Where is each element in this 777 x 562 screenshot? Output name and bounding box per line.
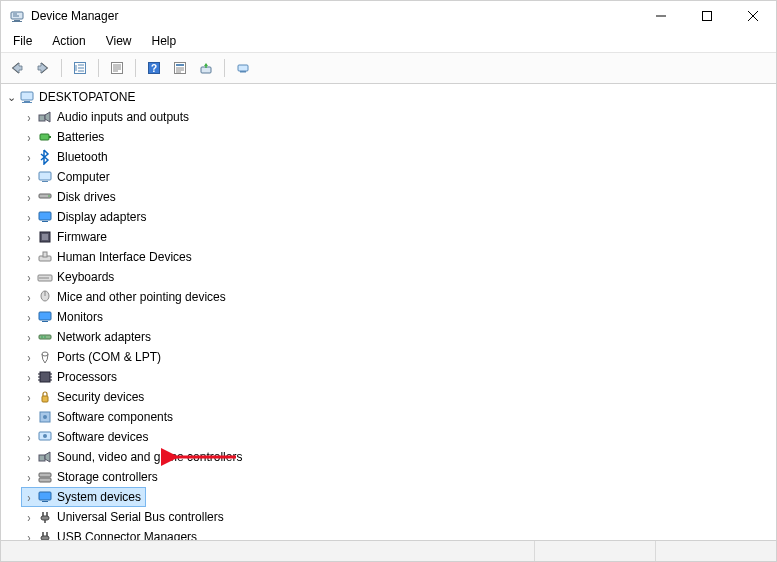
tree-node[interactable]: Firmware [21, 227, 112, 247]
tree-node-label: System devices [57, 490, 141, 504]
device-tree-panel[interactable]: DESKTOPATONE Audio inputs and outputsBat… [1, 84, 776, 540]
device-category-icon [37, 289, 53, 305]
svg-rect-36 [39, 172, 51, 180]
expand-collapse-icon[interactable] [4, 90, 18, 104]
svg-rect-34 [40, 134, 49, 140]
tree-node[interactable]: Network adapters [21, 327, 156, 347]
menu-view[interactable]: View [98, 32, 140, 50]
svg-rect-32 [22, 102, 32, 103]
svg-rect-2 [12, 21, 22, 22]
expand-collapse-icon[interactable] [22, 330, 36, 344]
device-category-icon [37, 469, 53, 485]
titlebar: Device Manager [1, 1, 776, 30]
device-category-icon [37, 389, 53, 405]
help-button[interactable]: ? [142, 56, 166, 80]
device-category-icon [37, 489, 53, 505]
expand-collapse-icon[interactable] [22, 530, 36, 540]
show-hide-tree-button[interactable] [68, 56, 92, 80]
menu-action[interactable]: Action [44, 32, 93, 50]
scan-hardware-button[interactable] [168, 56, 192, 80]
expand-collapse-icon[interactable] [22, 510, 36, 524]
svg-rect-43 [42, 234, 48, 240]
close-button[interactable] [730, 1, 776, 30]
svg-rect-1 [14, 20, 20, 21]
tree-node-label: Software devices [57, 430, 148, 444]
svg-rect-76 [42, 501, 48, 502]
expand-collapse-icon[interactable] [22, 150, 36, 164]
tree-node[interactable]: Keyboards [21, 267, 119, 287]
tree-node[interactable]: Display adapters [21, 207, 151, 227]
device-category-icon [37, 189, 53, 205]
tree-node[interactable]: Sound, video and game controllers [21, 447, 247, 467]
expand-collapse-icon[interactable] [22, 370, 36, 384]
expand-collapse-icon[interactable] [22, 350, 36, 364]
expand-collapse-icon[interactable] [22, 430, 36, 444]
tree-root-node[interactable]: DESKTOPATONE [3, 87, 140, 107]
expand-collapse-icon[interactable] [22, 130, 36, 144]
svg-rect-55 [42, 321, 48, 322]
forward-button[interactable] [31, 56, 55, 80]
expand-collapse-icon[interactable] [22, 230, 36, 244]
status-cell [1, 541, 535, 561]
maximize-button[interactable] [684, 1, 730, 30]
tree-node-label: Computer [57, 170, 110, 184]
tree-node[interactable]: Software devices [21, 427, 153, 447]
expand-collapse-icon[interactable] [22, 490, 36, 504]
tree-node[interactable]: Storage controllers [21, 467, 163, 487]
device-category-icon [37, 509, 53, 525]
back-button[interactable] [5, 56, 29, 80]
tree-node-label: Bluetooth [57, 150, 108, 164]
tree-node[interactable]: Ports (COM & LPT) [21, 347, 166, 367]
device-manager-icon [9, 8, 25, 24]
svg-text:?: ? [151, 63, 157, 74]
device-category-icon [37, 309, 53, 325]
minimize-button[interactable] [638, 1, 684, 30]
svg-rect-73 [39, 473, 51, 477]
tree-node[interactable]: System devices [21, 487, 146, 507]
expand-collapse-icon[interactable] [22, 270, 36, 284]
svg-rect-40 [39, 212, 51, 220]
svg-rect-54 [39, 312, 51, 320]
expand-collapse-icon[interactable] [22, 170, 36, 184]
svg-point-58 [44, 337, 46, 339]
expand-collapse-icon[interactable] [22, 110, 36, 124]
tree-node[interactable]: Universal Serial Bus controllers [21, 507, 229, 527]
tree-node[interactable]: Bluetooth [21, 147, 113, 167]
tree-node[interactable]: Batteries [21, 127, 109, 147]
tree-node[interactable]: Mice and other pointing devices [21, 287, 231, 307]
tree-node[interactable]: USB Connector Managers [21, 527, 202, 540]
device-category-icon [37, 229, 53, 245]
properties-button[interactable] [105, 56, 129, 80]
tree-node-label: Software components [57, 410, 173, 424]
window-controls [638, 1, 776, 30]
update-driver-button[interactable] [194, 56, 218, 80]
expand-collapse-icon[interactable] [22, 210, 36, 224]
expand-collapse-icon[interactable] [22, 250, 36, 264]
expand-collapse-icon[interactable] [22, 290, 36, 304]
device-tree: DESKTOPATONE Audio inputs and outputsBat… [3, 87, 776, 540]
tree-node[interactable]: Software components [21, 407, 178, 427]
add-drivers-button[interactable] [231, 56, 255, 80]
tree-node[interactable]: Processors [21, 367, 122, 387]
device-manager-window: Device Manager File Action View Help ? [0, 0, 777, 562]
svg-point-59 [42, 352, 48, 356]
svg-rect-28 [238, 65, 248, 71]
tree-node[interactable]: Monitors [21, 307, 108, 327]
expand-collapse-icon[interactable] [22, 190, 36, 204]
tree-node[interactable]: Human Interface Devices [21, 247, 197, 267]
expand-collapse-icon[interactable] [22, 450, 36, 464]
expand-collapse-icon[interactable] [22, 310, 36, 324]
computer-icon [19, 89, 35, 105]
tree-node[interactable]: Security devices [21, 387, 149, 407]
menu-help[interactable]: Help [144, 32, 185, 50]
svg-point-69 [43, 415, 47, 419]
svg-rect-60 [40, 372, 50, 382]
expand-collapse-icon[interactable] [22, 410, 36, 424]
expand-collapse-icon[interactable] [22, 470, 36, 484]
menu-file[interactable]: File [5, 32, 40, 50]
expand-collapse-icon[interactable] [22, 390, 36, 404]
device-category-icon [37, 249, 53, 265]
tree-node[interactable]: Disk drives [21, 187, 121, 207]
tree-node[interactable]: Computer [21, 167, 115, 187]
tree-node[interactable]: Audio inputs and outputs [21, 107, 194, 127]
